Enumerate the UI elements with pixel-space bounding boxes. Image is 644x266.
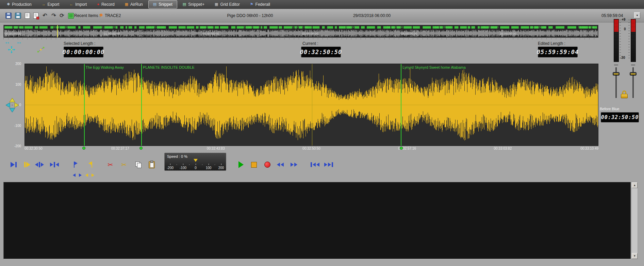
speed-scale-tick xyxy=(177,164,177,165)
stop-button[interactable] xyxy=(248,160,260,170)
tab-airrun[interactable]: ▦ AirRun xyxy=(120,0,148,9)
rewind-button[interactable] xyxy=(274,160,286,170)
segment-marker-line[interactable] xyxy=(84,64,85,146)
tab-import[interactable]: ← Import xyxy=(65,0,92,9)
snippet-icon: ▤ xyxy=(153,2,156,6)
recent-items-label: Recent Items : xyxy=(74,13,100,18)
view-list-button[interactable] xyxy=(67,12,75,19)
cut-scissors-icon: ✂ xyxy=(108,162,113,168)
goto-end-button[interactable] xyxy=(323,160,335,170)
tab-export[interactable]: → Export xyxy=(37,0,64,9)
nudge-right-coarse-button[interactable] xyxy=(90,173,96,178)
zoom-tool-button[interactable] xyxy=(36,46,46,54)
overview-timecode: 05:00:00:00 xyxy=(500,32,516,35)
marker-handle-row xyxy=(24,146,598,150)
overview-timecode: 00:00:00:00 xyxy=(5,32,21,35)
segment-marker-handle[interactable] xyxy=(400,147,403,150)
insert-mark-in-button[interactable] xyxy=(70,160,82,170)
tab-production[interactable]: ✱ Production xyxy=(2,0,36,9)
overview-timecode: 04:00:00:00 xyxy=(401,32,417,35)
record-button[interactable] xyxy=(261,160,274,170)
app-window: ✱ Production → Export ← Import ● Record … xyxy=(0,0,644,266)
record-icon: ● xyxy=(97,2,99,6)
save-as-button[interactable] xyxy=(14,12,22,19)
import-icon: ← xyxy=(69,2,73,6)
save-button[interactable] xyxy=(5,12,12,19)
nudge-left-coarse-button[interactable] xyxy=(84,173,89,178)
tab-label: Export xyxy=(48,2,60,7)
speed-scale-label: 200 xyxy=(218,166,224,170)
redo-button[interactable]: ↷ xyxy=(50,12,57,19)
insert-mark-out-button[interactable] xyxy=(84,160,96,170)
cut-button[interactable]: ✂ xyxy=(104,160,116,170)
play-selection-button[interactable] xyxy=(48,160,61,170)
segment-marker-line[interactable] xyxy=(401,64,401,146)
segment-marker-line[interactable] xyxy=(141,64,142,146)
speed-scale-tick xyxy=(215,164,215,165)
play-cursor[interactable] xyxy=(312,64,312,146)
gain-slider-tick xyxy=(614,65,618,65)
overview-timecode: 05:59:59:04 xyxy=(578,26,594,29)
gain-slider-handle-left[interactable] xyxy=(613,72,620,76)
lock-channels-toggle[interactable] xyxy=(621,90,628,98)
play-button[interactable] xyxy=(235,160,247,170)
page-scroll-left-button[interactable]: ◄◄ xyxy=(3,40,10,45)
timeline-overview: 00:00:00:0000:30:00:0001:00:00:0001:30:0… xyxy=(3,25,598,38)
open-document-button[interactable] xyxy=(32,12,39,19)
speed-scale-tick xyxy=(196,164,196,165)
waveform-nav-pad[interactable] xyxy=(5,97,20,113)
segment-marker-handle[interactable] xyxy=(82,147,85,150)
duration-dropdown-button[interactable]: ▼ xyxy=(634,12,640,18)
play-to-cursor-button[interactable] xyxy=(7,160,20,170)
refresh-button[interactable]: ⟳ xyxy=(58,12,66,19)
save-icon xyxy=(5,13,12,19)
speed-scale-tick xyxy=(170,164,170,165)
arrow-up-icon: ▲ xyxy=(633,184,636,187)
tab-federall[interactable]: ⚑ Federall xyxy=(245,0,275,9)
play-from-cursor-button[interactable] xyxy=(21,160,33,170)
new-document-button[interactable] xyxy=(23,12,31,19)
pan-up-arrow xyxy=(10,98,15,102)
segment-marker-handle[interactable] xyxy=(139,147,143,150)
overview-timecode: 03:30:00:00 xyxy=(339,26,356,29)
paste-button[interactable] xyxy=(146,160,158,170)
pan-tool-button[interactable] xyxy=(7,46,16,54)
before-blue-display: 00:32:50:50 xyxy=(601,112,639,122)
overview-labels: 00:00:00:0000:30:00:0001:00:00:0001:30:0… xyxy=(4,25,598,37)
meter-scale-label: -30 xyxy=(620,56,625,60)
copy-button[interactable] xyxy=(132,160,144,170)
tab-label: Grid Editor xyxy=(220,2,240,7)
gain-slider-tick xyxy=(631,65,635,65)
goto-start-button[interactable] xyxy=(309,160,321,170)
paste-icon xyxy=(149,161,155,168)
speed-control[interactable]: Speed : 0 % -200-1000100200 xyxy=(164,153,226,171)
record-dot-icon xyxy=(264,162,270,168)
tab-label: AirRun xyxy=(130,2,143,7)
recent-item-icon: ✱ xyxy=(99,13,103,17)
tab-grid-editor[interactable]: ▦ Grid Editor xyxy=(210,0,245,9)
recent-item-value[interactable]: TRACE2 xyxy=(105,13,121,18)
page-scroll-right-button[interactable]: ►► xyxy=(16,40,22,45)
clip-list-panel[interactable] xyxy=(3,182,631,259)
undo-button[interactable]: ↶ xyxy=(41,12,49,19)
speed-scale-tick xyxy=(189,164,189,165)
tab-snippet-plus[interactable]: ▤ Snippet+ xyxy=(178,0,209,9)
speed-scale-label: -200 xyxy=(167,166,174,170)
play-around-cursor-button[interactable] xyxy=(33,160,46,170)
scroll-down-button[interactable]: ▼ xyxy=(632,253,638,259)
trim-button[interactable]: ✂ xyxy=(118,160,130,170)
speed-pointer-handle[interactable] xyxy=(194,159,198,162)
stop-icon xyxy=(251,162,257,168)
session-duration: 05:59:59:04 xyxy=(601,13,623,18)
meter-tick-scale xyxy=(628,20,630,61)
tab-record[interactable]: ● Record xyxy=(92,0,119,9)
overview-timecode: 05:30:00:00 xyxy=(530,26,547,29)
fast-forward-button[interactable] xyxy=(288,160,300,170)
tab-snippet[interactable]: ▤ Snippet xyxy=(148,0,177,9)
scroll-up-button[interactable]: ▲ xyxy=(632,182,638,188)
nudge-right-fine-button[interactable] xyxy=(78,173,83,178)
nudge-left-fine-button[interactable] xyxy=(71,173,77,178)
speed-scale-tick xyxy=(202,164,202,165)
gain-slider-handle-right[interactable] xyxy=(630,72,637,76)
clip-list-scrollbar[interactable]: ▲ ▼ xyxy=(631,182,638,259)
